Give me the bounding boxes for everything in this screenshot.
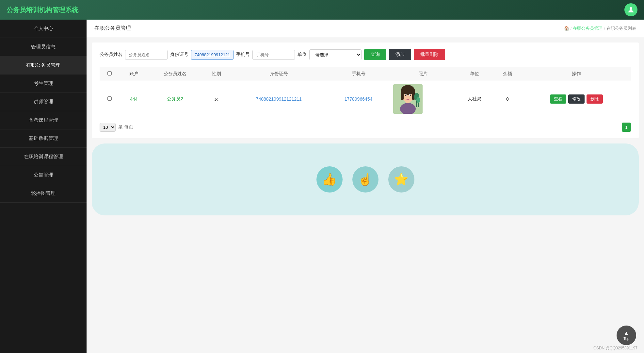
col-checkbox: [100, 67, 120, 81]
content-area: 公务员姓名 身份证号 手机号 单位 -请选择- 人社局 查询 添加 批量删除: [92, 42, 639, 138]
col-id-number: 身份证号: [231, 67, 327, 81]
row-photo: [390, 81, 456, 117]
top-button[interactable]: ▲ Top: [617, 326, 636, 345]
col-gender: 性别: [202, 67, 231, 81]
row-unit: 人社局: [456, 81, 493, 117]
sidebar-item-admin-info[interactable]: 管理员信息: [0, 38, 87, 56]
thumbs-up-icon: 👍: [316, 166, 343, 193]
sidebar-item-announcement[interactable]: 公告管理: [0, 166, 87, 184]
phone-input[interactable]: [252, 50, 295, 60]
bottom-decorative-area: 👍 ☝ ⭐: [92, 143, 639, 215]
sidebar-item-candidate[interactable]: 考生管理: [0, 75, 87, 93]
table-wrapper: 账户 公务员姓名 性别 身份证号 手机号 照片 单位 余额 操作: [100, 67, 631, 117]
row-checkbox-cell: [100, 81, 120, 117]
sidebar-item-basic-data[interactable]: 基础数据管理: [0, 129, 87, 148]
batch-delete-button[interactable]: 批量删除: [414, 49, 445, 60]
svg-point-12: [410, 94, 411, 96]
page-header: 在职公务员管理 🏠 / 在职公务员管理 / 在职公务员列表: [87, 20, 644, 37]
col-unit: 单位: [456, 67, 493, 81]
sidebar-item-banner[interactable]: 轮播图管理: [0, 184, 87, 203]
row-ops: 查看 修改 删除: [522, 81, 631, 117]
per-page-label: 条 每页: [118, 124, 133, 130]
row-gender: 女: [202, 81, 231, 117]
edit-button[interactable]: 修改: [568, 94, 585, 104]
select-all-checkbox[interactable]: [107, 71, 112, 76]
delete-button[interactable]: 删除: [587, 94, 603, 104]
name-label: 公务员姓名: [100, 52, 122, 58]
table-header-row: 账户 公务员姓名 性别 身份证号 手机号 照片 单位 余额 操作: [100, 67, 631, 81]
app-title: 公务员培训机构管理系统: [7, 6, 78, 14]
sidebar-item-instructor[interactable]: 讲师管理: [0, 93, 87, 111]
table-row: 444 公务员2 女 740882199912121211 1778996645…: [100, 81, 631, 117]
col-ops: 操作: [522, 67, 631, 81]
row-id-number: 740882199912121211: [231, 81, 327, 117]
row-phone: 17789966454: [327, 81, 390, 117]
breadcrumb-civil-servant-mgmt[interactable]: 在职公务员管理: [573, 25, 603, 31]
col-name: 公务员姓名: [148, 67, 202, 81]
sidebar-item-personal-center[interactable]: 个人中心: [0, 20, 87, 38]
bottom-icons-group: 👍 ☝ ⭐: [316, 166, 414, 193]
row-civil-servant-name: 公务员2: [148, 81, 202, 117]
pagination-row: 10 20 50 条 每页 1: [100, 123, 631, 132]
top-arrow-icon: ▲: [623, 330, 629, 336]
sidebar-item-civil-servant[interactable]: 在职公务员管理: [0, 56, 87, 75]
per-page-select[interactable]: 10 20 50: [100, 123, 116, 132]
unit-select[interactable]: -请选择- 人社局: [309, 49, 362, 60]
svg-point-6: [401, 86, 414, 95]
sidebar-item-training-course[interactable]: 在职培训课程管理: [0, 148, 87, 166]
sidebar-item-prep-course[interactable]: 备考课程管理: [0, 111, 87, 129]
user-avatar[interactable]: [624, 3, 637, 16]
layout: 个人中心 管理员信息 在职公务员管理 考生管理 讲师管理 备考课程管理 基础数据…: [0, 20, 644, 353]
id-number-value: 740882199912121211: [256, 96, 302, 102]
svg-point-11: [405, 94, 407, 96]
id-input[interactable]: [191, 50, 233, 60]
col-balance: 余额: [493, 67, 522, 81]
view-button[interactable]: 查看: [550, 94, 566, 104]
civil-servant-table: 账户 公务员姓名 性别 身份证号 手机号 照片 单位 余额 操作: [100, 67, 631, 117]
row-checkbox[interactable]: [107, 96, 112, 101]
header: 公务员培训机构管理系统: [0, 0, 644, 20]
phone-value: 17789966454: [345, 96, 373, 102]
page-title: 在职公务员管理: [94, 25, 131, 32]
query-button[interactable]: 查询: [364, 49, 386, 60]
unit-label: 单位: [298, 52, 307, 58]
civil-servant-name-link[interactable]: 公务员2: [167, 96, 183, 101]
row-account: 444: [120, 81, 148, 117]
col-photo: 照片: [390, 67, 456, 81]
home-icon[interactable]: 🏠: [564, 26, 569, 31]
add-button[interactable]: 添加: [389, 49, 411, 60]
svg-point-16: [416, 97, 420, 103]
main-content: 在职公务员管理 🏠 / 在职公务员管理 / 在职公务员列表 公务员姓名 身份证号…: [87, 20, 644, 353]
sidebar: 个人中心 管理员信息 在职公务员管理 考生管理 讲师管理 备考课程管理 基础数据…: [0, 20, 87, 353]
page-1-button[interactable]: 1: [622, 123, 631, 132]
breadcrumb-current: 在职公务员列表: [606, 25, 636, 31]
portrait-image: [393, 84, 423, 114]
svg-point-0: [630, 7, 632, 10]
star-icon: ⭐: [388, 166, 414, 193]
footer-watermark: CSDN @QQ3295391197: [593, 346, 637, 350]
row-balance: 0: [493, 81, 522, 117]
search-bar: 公务员姓名 身份证号 手机号 单位 -请选择- 人社局 查询 添加 批量删除: [100, 49, 631, 60]
top-button-label: Top: [623, 337, 629, 341]
col-account: 账户: [120, 67, 148, 81]
breadcrumb: 🏠 / 在职公务员管理 / 在职公务员列表: [564, 25, 636, 31]
phone-label: 手机号: [236, 52, 250, 58]
col-phone: 手机号: [327, 67, 390, 81]
id-label: 身份证号: [170, 52, 188, 58]
account-link[interactable]: 444: [130, 96, 137, 102]
hand-icon: ☝: [352, 166, 378, 193]
name-input[interactable]: [125, 50, 168, 60]
